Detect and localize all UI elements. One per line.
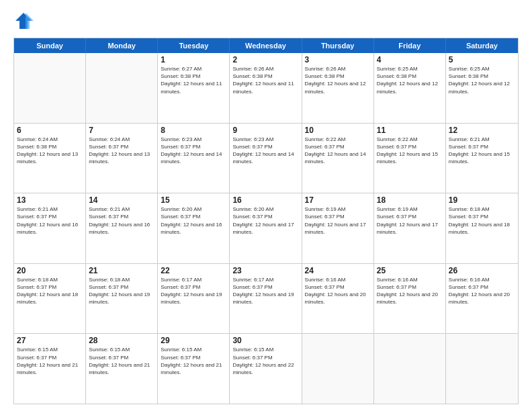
cell-text-line: Daylight: 12 hours and 14 minutes. bbox=[305, 150, 371, 165]
day-number: 21 bbox=[89, 266, 154, 275]
day-number: 18 bbox=[377, 195, 443, 205]
cell-text-line: Daylight: 12 hours and 12 minutes. bbox=[449, 80, 515, 95]
day-number: 9 bbox=[232, 126, 298, 135]
day-number: 13 bbox=[17, 195, 83, 205]
cell-text-line: Daylight: 12 hours and 16 minutes. bbox=[17, 221, 83, 236]
cell-text-line: Sunset: 6:37 PM bbox=[89, 283, 154, 291]
cal-cell-10: 10Sunrise: 6:22 AMSunset: 6:37 PMDayligh… bbox=[302, 124, 374, 193]
cal-cell-11: 11Sunrise: 6:22 AMSunset: 6:37 PMDayligh… bbox=[374, 124, 446, 193]
cell-text-line: Sunset: 6:37 PM bbox=[449, 283, 515, 291]
cell-text-line: Sunset: 6:37 PM bbox=[377, 283, 443, 291]
cal-cell-13: 13Sunrise: 6:21 AMSunset: 6:37 PMDayligh… bbox=[14, 193, 86, 263]
cell-text-line: Sunset: 6:37 PM bbox=[232, 283, 298, 291]
day-number: 3 bbox=[305, 55, 371, 64]
day-number: 24 bbox=[305, 266, 371, 275]
cal-cell-2: 2Sunrise: 6:26 AMSunset: 6:38 PMDaylight… bbox=[230, 53, 302, 123]
header-day-sunday: Sunday bbox=[14, 38, 86, 53]
header-day-tuesday: Tuesday bbox=[158, 38, 230, 53]
cell-text-line: Sunset: 6:37 PM bbox=[377, 143, 443, 150]
cal-cell-9: 9Sunrise: 6:23 AMSunset: 6:37 PMDaylight… bbox=[230, 124, 302, 193]
cal-cell-empty bbox=[86, 53, 158, 123]
calendar-header: SundayMondayTuesdayWednesdayThursdayFrid… bbox=[14, 38, 518, 53]
cell-text-line: Sunrise: 6:19 AM bbox=[377, 205, 443, 213]
header-day-monday: Monday bbox=[86, 38, 158, 53]
header-day-saturday: Saturday bbox=[446, 38, 518, 53]
cell-text-line: Sunrise: 6:21 AM bbox=[89, 205, 154, 213]
cell-text-line: Sunset: 6:38 PM bbox=[305, 73, 371, 80]
cal-cell-15: 15Sunrise: 6:20 AMSunset: 6:37 PMDayligh… bbox=[158, 193, 230, 263]
cal-cell-6: 6Sunrise: 6:24 AMSunset: 6:38 PMDaylight… bbox=[14, 124, 86, 193]
day-number: 17 bbox=[305, 195, 371, 205]
cell-text-line: Sunset: 6:37 PM bbox=[232, 213, 298, 220]
cell-text-line: Sunset: 6:37 PM bbox=[377, 213, 443, 220]
cell-text-line: Daylight: 12 hours and 19 minutes. bbox=[89, 291, 154, 306]
cell-text-line: Sunrise: 6:20 AM bbox=[232, 205, 298, 213]
cell-text-line: Sunrise: 6:16 AM bbox=[377, 276, 443, 283]
cell-text-line: Daylight: 12 hours and 21 minutes. bbox=[89, 361, 154, 376]
day-number: 19 bbox=[449, 195, 515, 205]
calendar-row-3: 13Sunrise: 6:21 AMSunset: 6:37 PMDayligh… bbox=[14, 193, 518, 263]
cal-cell-empty bbox=[374, 334, 446, 404]
calendar: SundayMondayTuesdayWednesdayThursdayFrid… bbox=[13, 38, 519, 404]
cell-text-line: Sunrise: 6:15 AM bbox=[232, 346, 298, 353]
cal-cell-1: 1Sunrise: 6:27 AMSunset: 6:38 PMDaylight… bbox=[158, 53, 230, 123]
cal-cell-14: 14Sunrise: 6:21 AMSunset: 6:37 PMDayligh… bbox=[86, 193, 158, 263]
cell-text-line: Sunrise: 6:16 AM bbox=[449, 276, 515, 283]
calendar-row-1: 1Sunrise: 6:27 AMSunset: 6:38 PMDaylight… bbox=[14, 53, 518, 123]
cal-cell-24: 24Sunrise: 6:16 AMSunset: 6:37 PMDayligh… bbox=[302, 264, 374, 334]
cell-text-line: Sunrise: 6:25 AM bbox=[377, 65, 443, 73]
cal-cell-28: 28Sunrise: 6:15 AMSunset: 6:37 PMDayligh… bbox=[86, 334, 158, 404]
day-number: 26 bbox=[449, 266, 515, 275]
cell-text-line: Daylight: 12 hours and 22 minutes. bbox=[232, 361, 298, 376]
cell-text-line: Daylight: 12 hours and 15 minutes. bbox=[377, 150, 443, 165]
cell-text-line: Sunrise: 6:19 AM bbox=[305, 205, 371, 213]
calendar-body: 1Sunrise: 6:27 AMSunset: 6:38 PMDaylight… bbox=[14, 53, 518, 404]
cal-cell-17: 17Sunrise: 6:19 AMSunset: 6:37 PMDayligh… bbox=[302, 193, 374, 263]
cal-cell-8: 8Sunrise: 6:23 AMSunset: 6:37 PMDaylight… bbox=[158, 124, 230, 193]
cell-text-line: Sunrise: 6:17 AM bbox=[161, 276, 226, 283]
day-number: 27 bbox=[17, 336, 83, 345]
cell-text-line: Daylight: 12 hours and 12 minutes. bbox=[305, 80, 371, 95]
cal-cell-empty bbox=[14, 53, 86, 123]
day-number: 1 bbox=[161, 55, 226, 64]
cell-text-line: Daylight: 12 hours and 17 minutes. bbox=[377, 221, 443, 236]
cell-text-line: Sunrise: 6:24 AM bbox=[89, 136, 154, 143]
cell-text-line: Sunrise: 6:15 AM bbox=[17, 346, 83, 353]
logo bbox=[13, 11, 36, 31]
cell-text-line: Sunset: 6:37 PM bbox=[161, 143, 226, 150]
cell-text-line: Sunrise: 6:24 AM bbox=[17, 136, 83, 143]
day-number: 10 bbox=[305, 126, 371, 135]
cal-cell-7: 7Sunrise: 6:24 AMSunset: 6:37 PMDaylight… bbox=[86, 124, 158, 193]
logo-icon bbox=[13, 11, 34, 31]
cell-text-line: Sunset: 6:37 PM bbox=[89, 354, 154, 361]
cell-text-line: Sunrise: 6:26 AM bbox=[305, 65, 371, 73]
cell-text-line: Daylight: 12 hours and 13 minutes. bbox=[89, 150, 154, 165]
cell-text-line: Sunrise: 6:16 AM bbox=[305, 276, 371, 283]
cell-text-line: Sunrise: 6:26 AM bbox=[232, 65, 298, 73]
cal-cell-27: 27Sunrise: 6:15 AMSunset: 6:37 PMDayligh… bbox=[14, 334, 86, 404]
cell-text-line: Daylight: 12 hours and 12 minutes. bbox=[377, 80, 443, 95]
cell-text-line: Daylight: 12 hours and 20 minutes. bbox=[449, 291, 515, 306]
cal-cell-21: 21Sunrise: 6:18 AMSunset: 6:37 PMDayligh… bbox=[86, 264, 158, 334]
day-number: 11 bbox=[377, 126, 443, 135]
cell-text-line: Sunset: 6:37 PM bbox=[161, 213, 226, 220]
cell-text-line: Daylight: 12 hours and 16 minutes. bbox=[89, 221, 154, 236]
header bbox=[13, 11, 519, 31]
cell-text-line: Sunrise: 6:21 AM bbox=[449, 136, 515, 143]
day-number: 4 bbox=[377, 55, 443, 64]
cell-text-line: Daylight: 12 hours and 19 minutes. bbox=[161, 291, 226, 306]
day-number: 25 bbox=[377, 266, 443, 275]
cell-text-line: Sunset: 6:38 PM bbox=[17, 143, 83, 150]
cell-text-line: Sunset: 6:37 PM bbox=[89, 143, 154, 150]
day-number: 30 bbox=[232, 336, 298, 345]
cell-text-line: Sunrise: 6:15 AM bbox=[89, 346, 154, 353]
day-number: 29 bbox=[161, 336, 226, 345]
cell-text-line: Sunset: 6:37 PM bbox=[232, 143, 298, 150]
cell-text-line: Sunset: 6:37 PM bbox=[305, 143, 371, 150]
cell-text-line: Sunrise: 6:18 AM bbox=[17, 276, 83, 283]
day-number: 22 bbox=[161, 266, 226, 275]
cal-cell-empty bbox=[446, 334, 518, 404]
day-number: 5 bbox=[449, 55, 515, 64]
cal-cell-empty bbox=[302, 334, 374, 404]
day-number: 23 bbox=[232, 266, 298, 275]
